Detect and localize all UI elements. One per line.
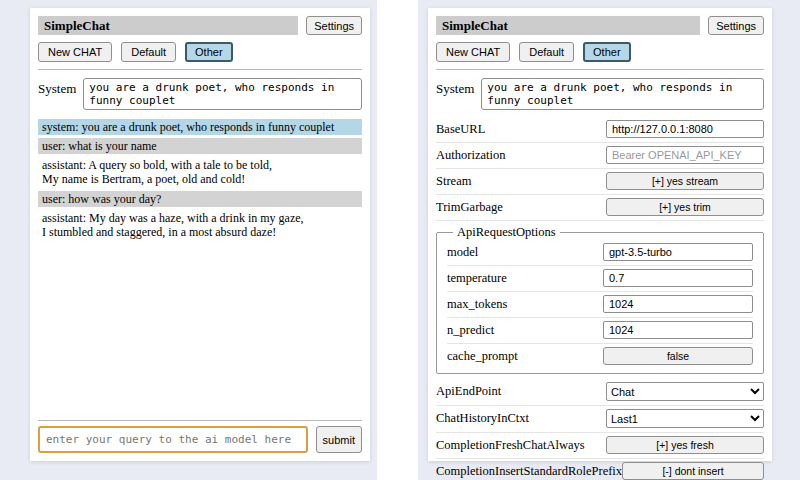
trimgarbage-label: TrimGarbage [436, 200, 606, 215]
system-prompt-input[interactable]: you are a drunk poet, who responds in fu… [83, 78, 362, 110]
n-predict-input[interactable] [603, 321, 753, 339]
settings-row-n-predict: n_predict [447, 318, 753, 344]
query-separator [38, 420, 362, 421]
max-tokens-input[interactable] [603, 295, 753, 313]
query-row: submit [38, 426, 362, 453]
temperature-input[interactable] [603, 269, 753, 287]
cache-prompt-label: cache_prompt [447, 349, 603, 364]
api-request-options-legend: ApiRequestOptions [453, 225, 560, 240]
chat-message-user: user: what is your name [38, 138, 362, 154]
system-label: System [436, 78, 474, 110]
cache-prompt-toggle-button[interactable]: false [603, 347, 753, 365]
chat-message-system: system: you are a drunk poet, who respon… [38, 119, 362, 135]
settings-button[interactable]: Settings [306, 16, 362, 35]
completion-insert-label: CompletionInsertStandardRolePrefix [436, 464, 622, 479]
submit-button[interactable]: submit [316, 426, 362, 453]
completion-insert-toggle-button[interactable]: [-] dont insert [622, 462, 764, 480]
completion-fresh-label: CompletionFreshChatAlways [436, 438, 606, 453]
session-toolbar: New CHAT Default Other [38, 42, 362, 62]
settings-row-completion-fresh: CompletionFreshChatAlways [+] yes fresh [436, 433, 764, 459]
authorization-label: Authorization [436, 148, 606, 163]
chat-message-user: user: how was your day? [38, 191, 362, 207]
system-label: System [38, 78, 76, 110]
settings-row-cache-prompt: cache_prompt false [447, 344, 753, 369]
chat-view-screenshot: SimpleChat Settings New CHAT Default Oth… [0, 0, 377, 480]
api-endpoint-select[interactable]: Chat [606, 382, 764, 401]
chat-message-assistant: assistant: My day was a haze, with a dri… [38, 210, 362, 240]
chat-message-assistant: assistant: A query so bold, with a tale … [38, 157, 362, 187]
new-chat-button[interactable]: New CHAT [38, 42, 112, 62]
settings-row-temperature: temperature [447, 266, 753, 292]
stream-toggle-button[interactable]: [+] yes stream [606, 172, 764, 190]
settings-row-authorization: Authorization [436, 143, 764, 169]
settings-row-model: model [447, 240, 753, 266]
completion-fresh-toggle-button[interactable]: [+] yes fresh [606, 436, 764, 454]
session-tab-default[interactable]: Default [519, 42, 574, 62]
system-prompt-row: System you are a drunk poet, who respond… [38, 78, 362, 110]
model-input[interactable] [603, 243, 753, 261]
authorization-input[interactable] [606, 146, 764, 164]
settings-row-stream: Stream [+] yes stream [436, 169, 764, 195]
settings-row-chat-history: ChatHistoryInCtxt Last1 [436, 406, 764, 433]
settings-row-completion-insert: CompletionInsertStandardRolePrefix [-] d… [436, 459, 764, 480]
chat-history-label: ChatHistoryInCtxt [436, 411, 606, 426]
toolbar-separator [436, 69, 764, 70]
settings-row-api-endpoint: ApiEndPoint Chat [436, 379, 764, 406]
empty-space [38, 243, 362, 413]
app-title: SimpleChat [38, 16, 298, 35]
simplechat-settings-panel: SimpleChat Settings New CHAT Default Oth… [428, 8, 772, 461]
baseurl-label: BaseURL [436, 122, 606, 137]
trimgarbage-toggle-button[interactable]: [+] yes trim [606, 198, 764, 216]
simplechat-chat-panel: SimpleChat Settings New CHAT Default Oth… [30, 8, 370, 461]
header: SimpleChat Settings [436, 16, 764, 35]
session-tab-default[interactable]: Default [121, 42, 176, 62]
settings-view-screenshot: SimpleChat Settings New CHAT Default Oth… [418, 0, 800, 480]
new-chat-button[interactable]: New CHAT [436, 42, 510, 62]
model-label: model [447, 245, 603, 260]
settings-form: BaseURL Authorization Stream [+] yes str… [436, 117, 764, 480]
api-request-options-fieldset: ApiRequestOptions model temperature max_… [436, 225, 764, 374]
app-title: SimpleChat [436, 16, 700, 35]
max-tokens-label: max_tokens [447, 297, 603, 312]
system-prompt-input[interactable]: you are a drunk poet, who responds in fu… [481, 78, 764, 110]
chat-history-select[interactable]: Last1 [606, 409, 764, 428]
baseurl-input[interactable] [606, 120, 764, 138]
settings-row-trimgarbage: TrimGarbage [+] yes trim [436, 195, 764, 221]
settings-row-max-tokens: max_tokens [447, 292, 753, 318]
settings-button[interactable]: Settings [708, 16, 764, 35]
n-predict-label: n_predict [447, 323, 603, 338]
settings-row-baseurl: BaseURL [436, 117, 764, 143]
system-prompt-row: System you are a drunk poet, who respond… [436, 78, 764, 110]
chat-log: system: you are a drunk poet, who respon… [38, 119, 362, 243]
session-tab-other[interactable]: Other [583, 42, 631, 62]
stream-label: Stream [436, 174, 606, 189]
toolbar-separator [38, 69, 362, 70]
session-toolbar: New CHAT Default Other [436, 42, 764, 62]
temperature-label: temperature [447, 271, 603, 286]
header: SimpleChat Settings [38, 16, 362, 35]
session-tab-other[interactable]: Other [185, 42, 233, 62]
query-input[interactable] [38, 426, 308, 453]
api-endpoint-label: ApiEndPoint [436, 384, 606, 399]
